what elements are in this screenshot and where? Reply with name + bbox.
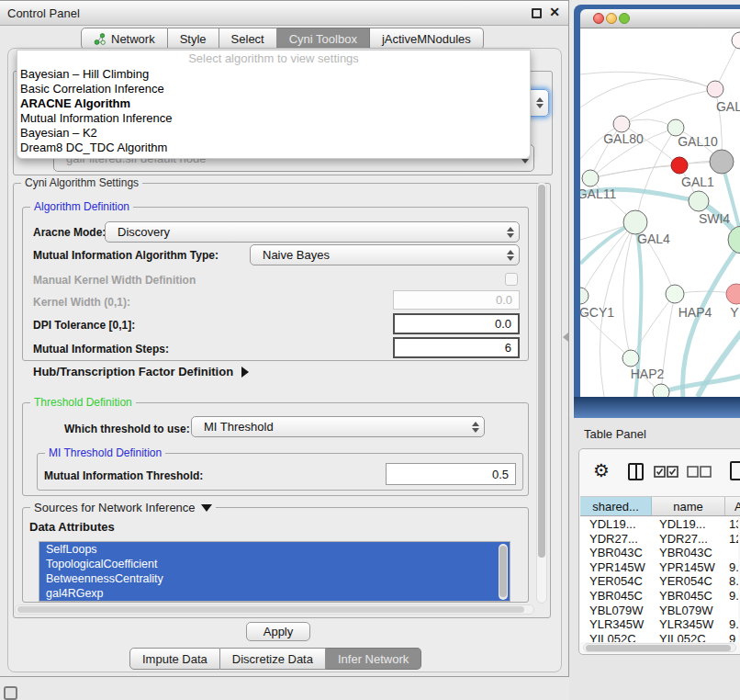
manual-kernel-width-checkbox[interactable] <box>505 273 518 286</box>
network-node[interactable] <box>726 284 740 304</box>
list-scrollbar <box>499 544 508 600</box>
tab-label: Style <box>180 32 207 46</box>
attribute-item[interactable]: gal4RGexp <box>39 586 510 601</box>
network-node[interactable] <box>580 288 589 304</box>
table-row[interactable]: YDR27...YDR27...12 <box>580 532 738 547</box>
tab-discretize-data[interactable]: Discretize Data <box>220 648 326 670</box>
panel-splitter-handle[interactable] <box>563 333 568 342</box>
dpi-tolerance-field[interactable]: 0.0 <box>393 313 520 334</box>
network-node[interactable] <box>622 350 639 367</box>
popup-item[interactable]: Mutual Information Inference <box>17 111 530 126</box>
table-row[interactable]: YBR043CYBR043C <box>580 546 738 560</box>
popup-item[interactable]: Bayesian – Hill Climbing <box>17 67 530 82</box>
panel-corner-icon[interactable] <box>4 686 17 700</box>
expand-arrow-icon[interactable] <box>241 367 249 378</box>
which-threshold-combobox[interactable]: MI Threshold <box>191 416 485 437</box>
tab-label: Impute Data <box>142 652 207 666</box>
network-node[interactable] <box>732 32 740 49</box>
minimize-traffic-light[interactable] <box>606 13 617 24</box>
collapse-arrow-icon[interactable] <box>201 504 212 512</box>
data-attributes-list: SelfLoops TopologicalCoefficient Between… <box>39 541 510 602</box>
combo-arrows-icon <box>507 227 514 238</box>
mi-steps-field[interactable]: 6 <box>393 337 520 358</box>
mi-algorithm-type-combobox[interactable]: Naive Bayes <box>250 244 520 265</box>
control-panel-tabbar: Network Style Select Cyni Toolbox jActiv… <box>81 28 484 50</box>
close-icon[interactable]: ✕ <box>549 5 560 19</box>
column-header-shared-name[interactable]: shared... <box>580 497 652 515</box>
new-table-document-icon[interactable] <box>730 461 740 480</box>
kernel-width-field[interactable]: 0.0 <box>393 290 520 310</box>
tab-label: Infer Network <box>338 652 409 666</box>
zoom-traffic-light[interactable] <box>619 13 630 24</box>
column-header-name[interactable]: name <box>652 497 725 515</box>
table-row[interactable]: YDL19...YDL19...13 <box>580 517 738 532</box>
network-node[interactable] <box>689 191 709 211</box>
popup-item[interactable]: Dream8 DC_TDC Algorithm <box>17 141 530 155</box>
table-row[interactable]: YIL052CYIL052C9 <box>580 632 738 642</box>
network-node[interactable] <box>728 226 740 254</box>
column-header-partial[interactable]: A <box>725 497 740 515</box>
tab-label: Network <box>111 32 155 46</box>
tab-jactivemnodules[interactable]: jActiveMNodules <box>370 28 484 50</box>
attribute-item[interactable]: SelfLoops <box>39 542 510 557</box>
table-row[interactable]: YBL079WYBL079W <box>580 604 738 618</box>
tab-label: jActiveMNodules <box>382 32 471 46</box>
float-window-icon[interactable] <box>532 8 542 18</box>
network-edge <box>580 222 635 296</box>
network-node-label: GCY1 <box>580 305 614 320</box>
table-hscrollbar-thumb[interactable] <box>586 645 731 651</box>
tab-style[interactable]: Style <box>168 28 219 50</box>
network-node-label: GAL80 <box>603 131 644 146</box>
hub-definition-expander[interactable]: Hub/Transcription Factor Definition <box>33 365 249 378</box>
network-node[interactable] <box>710 150 734 174</box>
attribute-item[interactable]: BetweennessCentrality <box>39 571 510 586</box>
apply-button[interactable]: Apply <box>246 622 310 641</box>
tab-network[interactable]: Network <box>81 28 168 50</box>
network-view-canvas[interactable]: GALGAL80GAL10GAL1GAL11SWI4GAL4GCY1HAP4YH… <box>580 28 740 397</box>
tab-infer-network[interactable]: Infer Network <box>326 648 421 670</box>
table-cell: YBL079W <box>580 604 652 618</box>
group-title: Algorithm Definition <box>30 200 133 214</box>
table-row[interactable]: YER054CYER054C8. <box>580 574 738 589</box>
popup-item[interactable]: Bayesian – K2 <box>17 126 530 141</box>
data-attributes-label: Data Attributes <box>29 520 115 534</box>
network-node[interactable] <box>707 81 723 97</box>
table-row[interactable]: YLR345WYLR345W9. <box>580 617 738 632</box>
table-row[interactable]: YBR045CYBR045C9. <box>580 589 738 604</box>
network-node-label: HAP2 <box>631 367 665 381</box>
attribute-item[interactable]: TopologicalCoefficient <box>39 557 510 571</box>
settings-hscrollbar-thumb[interactable] <box>17 606 524 613</box>
table-cell: 9. <box>725 617 738 632</box>
mi-algorithm-type-label: Mutual Information Algorithm Type: <box>33 249 219 262</box>
close-traffic-light[interactable] <box>593 13 604 24</box>
tab-select[interactable]: Select <box>219 28 277 50</box>
network-icon <box>94 33 106 45</box>
network-node[interactable] <box>671 157 688 174</box>
network-node-label: GAL4 <box>637 231 670 246</box>
popup-item-selected[interactable]: ARACNE Algorithm <box>17 96 530 111</box>
settings-gear-icon[interactable]: ⚙ <box>593 460 610 480</box>
tab-cyni-toolbox[interactable]: Cyni Toolbox <box>277 28 370 50</box>
network-window-titlebar[interactable] <box>580 9 740 28</box>
network-node-label: GAL10 <box>678 134 718 149</box>
network-node[interactable] <box>582 170 599 186</box>
table-cell: YDL19... <box>580 517 652 532</box>
mi-threshold-field[interactable]: 0.5 <box>386 463 516 485</box>
desktop: { "control_panel": { "title": "Control P… <box>0 0 740 700</box>
aracne-mode-combobox[interactable]: Discovery <box>105 221 520 243</box>
network-node[interactable] <box>613 116 630 132</box>
network-node[interactable] <box>653 384 669 397</box>
table-panel-title: Table Panel <box>584 427 646 441</box>
table-row[interactable]: YPR145WYPR145W9. <box>580 560 738 575</box>
tab-impute-data[interactable]: Impute Data <box>129 648 220 670</box>
table-cell: YER054C <box>652 574 725 589</box>
popup-item[interactable]: Basic Correlation Inference <box>17 82 530 96</box>
network-node[interactable] <box>666 285 684 303</box>
table-cell <box>725 604 738 618</box>
settings-scrollbar-thumb[interactable] <box>538 185 545 558</box>
list-scrollbar-thumb[interactable] <box>499 546 507 597</box>
deselect-all-columns-icon[interactable] <box>687 466 712 479</box>
select-all-columns-icon[interactable] <box>654 466 679 479</box>
column-layout-icon[interactable] <box>628 463 644 480</box>
network-node-label: GAL <box>716 99 740 114</box>
